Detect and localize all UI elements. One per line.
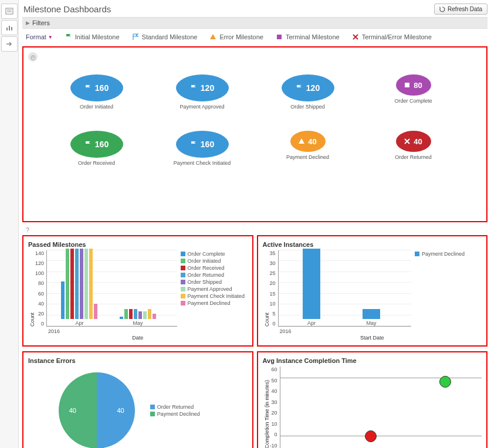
refresh-label: Refresh Data — [448, 6, 482, 12]
milestone-value: 160 — [201, 140, 214, 149]
x-tick-label: Apr — [307, 320, 316, 326]
scatter-point[interactable] — [439, 376, 451, 388]
x-tick-label: Apr — [75, 320, 83, 326]
stop-icon — [275, 33, 283, 40]
x-axis-label: Date — [28, 335, 248, 341]
x-axis-label: Start Date — [263, 335, 482, 341]
bar[interactable] — [70, 249, 74, 319]
milestone-label: Payment Check Initiated — [174, 160, 231, 166]
chart-legend: Order ReturnedPayment Declined — [147, 403, 217, 418]
chart-legend: Payment Declined — [411, 250, 482, 327]
flag-icon — [190, 141, 197, 148]
export-arrow-icon — [5, 40, 13, 47]
bar[interactable] — [363, 309, 380, 319]
legend-error-milestone: Error Milestone — [209, 33, 263, 40]
scatter-point[interactable] — [365, 430, 377, 442]
x-icon — [404, 138, 410, 144]
chart-title: Passed Milestones — [28, 241, 248, 248]
bar[interactable] — [94, 304, 97, 319]
passed-milestones-panel: Passed Milestones Count 1401201008060402… — [22, 235, 253, 347]
chevron-right-icon: ▶ — [26, 20, 30, 26]
rail-nav-chart[interactable] — [1, 20, 18, 35]
rail-nav-export[interactable] — [1, 36, 18, 52]
y-axis-label: Completion Time (in minutes) — [263, 366, 270, 448]
milestone-label: Payment Declined — [286, 154, 329, 160]
svg-rect-6 — [277, 35, 282, 39]
year-label: 2016 — [48, 328, 60, 334]
x-tick-label: May — [367, 320, 377, 326]
milestone-node[interactable]: 160 — [70, 74, 123, 101]
y-axis-label: Count — [28, 250, 35, 327]
tasks-list-icon — [5, 8, 13, 15]
milestone-node[interactable]: 40 — [290, 131, 326, 152]
bar[interactable] — [138, 311, 142, 319]
filters-toggle[interactable]: ▶ Filters — [22, 17, 487, 29]
legend-initial-milestone: Initial Milestone — [65, 33, 120, 40]
clock-history-icon[interactable]: ◴ — [28, 52, 38, 62]
x-error-icon — [351, 33, 360, 40]
bar[interactable] — [66, 249, 69, 319]
milestone-flow-panel: ◴ 160Order Initiated120Payment Approved1… — [22, 46, 487, 222]
chart-title: Avg Instance Completion Time — [263, 357, 482, 364]
warn-icon — [299, 138, 304, 144]
flag-solid-icon — [84, 141, 92, 148]
instance-errors-panel: Instance Errors 40 40 Order ReturnedPaym… — [22, 351, 253, 448]
milestone-value: 160 — [95, 140, 109, 149]
milestone-value: 120 — [306, 83, 320, 93]
avg-completion-panel: Avg Instance Completion Time Completion … — [257, 351, 488, 448]
milestone-label: Payment Approved — [180, 104, 224, 110]
milestone-value: 160 — [95, 83, 109, 93]
bar[interactable] — [61, 281, 65, 319]
milestone-node[interactable]: 40 — [396, 131, 431, 152]
y-axis-label: Count — [263, 250, 270, 327]
flag-initial-icon — [65, 33, 73, 40]
warn-icon — [209, 33, 217, 40]
help-icon[interactable]: ? — [23, 226, 32, 234]
format-dropdown[interactable]: Format ▼ — [26, 33, 53, 40]
bar[interactable] — [120, 317, 123, 319]
flag-standard-icon — [131, 33, 140, 40]
active-instances-panel: Active Instances Count 35302520151050 20… — [257, 235, 488, 347]
flag-icon — [84, 84, 92, 91]
format-label: Format — [26, 33, 46, 40]
chart-legend: Order CompleteOrder InitiatedOrder Recei… — [177, 250, 248, 327]
bar[interactable] — [153, 314, 156, 319]
chart-title: Instance Errors — [28, 357, 248, 364]
milestone-node[interactable]: 120 — [282, 74, 334, 101]
legend-standard-milestone: Standard Milestone — [131, 33, 198, 40]
page-title: Milestone Dashboards — [23, 4, 111, 14]
scatter-plot[interactable] — [280, 366, 482, 448]
bar[interactable] — [80, 249, 83, 319]
refresh-data-button[interactable]: Refresh Data — [434, 4, 487, 15]
pie-slice-value: 40 — [69, 407, 76, 414]
refresh-icon — [439, 6, 445, 12]
chart-title: Active Instances — [263, 241, 482, 248]
flag-icon — [190, 84, 197, 91]
bar[interactable] — [303, 249, 320, 319]
legend-terminal-error-milestone: Terminal/Error Milestone — [351, 33, 432, 40]
milestone-node[interactable]: 160 — [70, 131, 123, 158]
milestone-label: Order Initiated — [80, 104, 113, 110]
bar[interactable] — [89, 249, 93, 319]
bar[interactable] — [148, 309, 151, 319]
bar[interactable] — [143, 311, 147, 319]
bar[interactable] — [134, 309, 137, 319]
svg-rect-4 — [9, 26, 10, 30]
bar[interactable] — [84, 249, 88, 319]
milestone-value: 40 — [308, 137, 316, 146]
filters-label: Filters — [32, 19, 50, 26]
pie-chart[interactable]: 40 40 — [59, 372, 135, 448]
stop-icon — [404, 82, 410, 88]
bar[interactable] — [75, 249, 79, 319]
rail-nav-tasks[interactable] — [1, 4, 18, 19]
legend-terminal-milestone: Terminal Milestone — [275, 33, 340, 40]
bar[interactable] — [124, 309, 128, 319]
pie-slice-value: 40 — [117, 407, 124, 414]
bar[interactable] — [129, 309, 133, 319]
milestone-node[interactable]: 120 — [176, 74, 229, 101]
milestone-node[interactable]: 80 — [396, 74, 431, 96]
x-tick-label: May — [133, 320, 143, 326]
milestone-node[interactable]: 160 — [176, 131, 229, 158]
svg-rect-5 — [11, 27, 12, 30]
milestone-value: 40 — [414, 137, 422, 146]
